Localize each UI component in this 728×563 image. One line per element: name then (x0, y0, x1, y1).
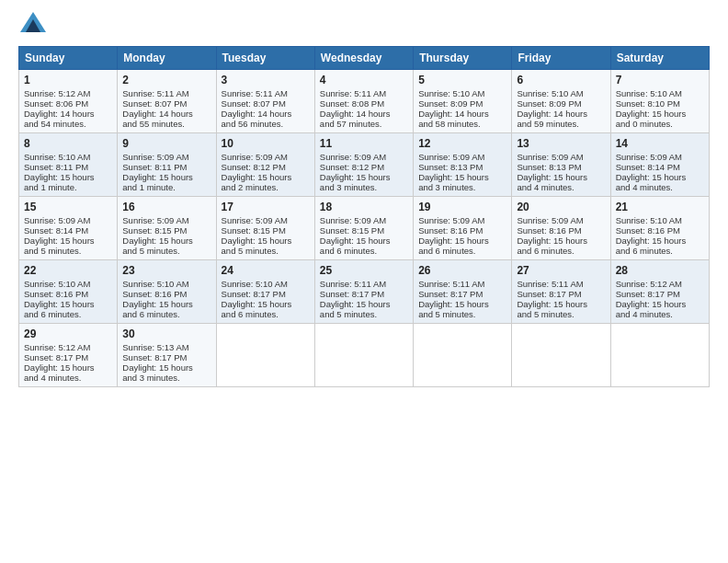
day-info-line: Sunrise: 5:11 AM (517, 279, 605, 289)
day-info-line: and 6 minutes. (320, 246, 408, 256)
day-info-line: Sunrise: 5:10 AM (616, 88, 704, 98)
day-info-line: Sunrise: 5:09 AM (222, 152, 310, 162)
day-info-line: Sunrise: 5:09 AM (24, 215, 112, 225)
day-info-line: Daylight: 15 hours (616, 236, 704, 246)
day-info-line: and 6 minutes. (122, 309, 210, 319)
day-info-line: Daylight: 15 hours (222, 172, 310, 182)
day-info-line: and 5 minutes. (418, 309, 506, 319)
day-info-line: Sunset: 8:16 PM (418, 225, 506, 236)
calendar-cell: 26Sunrise: 5:11 AMSunset: 8:17 PMDayligh… (414, 259, 512, 323)
day-info-line: Sunset: 8:12 PM (222, 162, 310, 172)
day-info-line: Sunset: 8:14 PM (24, 225, 112, 236)
day-number: 19 (418, 201, 506, 213)
calendar-cell (414, 323, 512, 386)
day-info-line: Sunrise: 5:13 AM (122, 342, 210, 352)
calendar-cell (216, 323, 314, 386)
day-info-line: Sunrise: 5:10 AM (24, 152, 112, 162)
day-info-line: Sunrise: 5:12 AM (24, 88, 112, 98)
day-number: 13 (517, 137, 605, 150)
day-info-line: Daylight: 15 hours (24, 236, 112, 246)
day-info-line: Daylight: 15 hours (517, 172, 605, 182)
day-info-line: Daylight: 14 hours (320, 109, 408, 119)
day-info-line: Sunset: 8:11 PM (122, 162, 210, 172)
day-number: 11 (320, 137, 408, 150)
day-info-line: and 3 minutes. (122, 373, 210, 383)
day-info-line: and 1 minute. (122, 182, 210, 192)
day-info-line: Sunrise: 5:09 AM (418, 152, 506, 162)
day-info-line: Daylight: 15 hours (517, 236, 605, 246)
calendar-cell: 22Sunrise: 5:10 AMSunset: 8:16 PMDayligh… (19, 259, 118, 323)
day-info-line: and 1 minute. (24, 182, 112, 192)
day-info-line: Sunset: 8:08 PM (320, 98, 408, 109)
calendar-week-4: 22Sunrise: 5:10 AMSunset: 8:16 PMDayligh… (19, 259, 710, 323)
day-info-line: Daylight: 15 hours (418, 172, 506, 182)
day-info-line: Sunrise: 5:11 AM (418, 279, 506, 289)
day-info-line: and 4 minutes. (517, 182, 605, 192)
day-info-line: and 5 minutes. (222, 246, 310, 256)
day-number: 9 (122, 137, 210, 150)
day-info-line: and 54 minutes. (24, 119, 112, 129)
day-info-line: Sunset: 8:07 PM (222, 98, 310, 109)
day-header-wednesday: Wednesday (314, 46, 413, 69)
day-info-line: and 6 minutes. (24, 309, 112, 319)
day-info-line: Sunrise: 5:11 AM (122, 88, 210, 98)
day-number: 15 (24, 201, 112, 213)
day-number: 2 (122, 74, 210, 86)
day-info-line: Sunset: 8:09 PM (418, 98, 506, 109)
day-info-line: Sunrise: 5:10 AM (418, 88, 506, 98)
calendar-cell: 16Sunrise: 5:09 AMSunset: 8:15 PMDayligh… (118, 196, 216, 259)
day-info-line: Daylight: 15 hours (24, 362, 112, 373)
day-info-line: Daylight: 15 hours (222, 236, 310, 246)
day-info-line: and 6 minutes. (222, 309, 310, 319)
day-number: 26 (418, 264, 506, 277)
calendar-cell: 15Sunrise: 5:09 AMSunset: 8:14 PMDayligh… (19, 196, 118, 259)
day-info-line: Sunset: 8:17 PM (122, 352, 210, 362)
header-row: SundayMondayTuesdayWednesdayThursdayFrid… (19, 46, 710, 69)
day-info-line: and 4 minutes. (24, 373, 112, 383)
day-header-tuesday: Tuesday (216, 46, 314, 69)
calendar-cell: 5Sunrise: 5:10 AMSunset: 8:09 PMDaylight… (414, 69, 512, 132)
day-info-line: Sunrise: 5:09 AM (320, 152, 408, 162)
day-info-line: Sunset: 8:10 PM (616, 98, 704, 109)
day-info-line: Sunset: 8:17 PM (517, 289, 605, 299)
calendar-cell: 29Sunrise: 5:12 AMSunset: 8:17 PMDayligh… (19, 323, 118, 386)
calendar-cell: 23Sunrise: 5:10 AMSunset: 8:16 PMDayligh… (118, 259, 216, 323)
day-info-line: and 6 minutes. (616, 246, 704, 256)
day-info-line: Daylight: 15 hours (517, 299, 605, 309)
day-info-line: Sunset: 8:13 PM (418, 162, 506, 172)
calendar-cell: 12Sunrise: 5:09 AMSunset: 8:13 PMDayligh… (414, 132, 512, 196)
day-info-line: and 56 minutes. (222, 119, 310, 129)
calendar-week-5: 29Sunrise: 5:12 AMSunset: 8:17 PMDayligh… (19, 323, 710, 386)
day-info-line: Sunset: 8:17 PM (222, 289, 310, 299)
calendar-week-2: 8Sunrise: 5:10 AMSunset: 8:11 PMDaylight… (19, 132, 710, 196)
day-info-line: Daylight: 15 hours (122, 299, 210, 309)
day-number: 4 (320, 74, 408, 86)
day-info-line: Daylight: 15 hours (320, 299, 408, 309)
day-info-line: Sunrise: 5:09 AM (418, 215, 506, 225)
day-number: 18 (320, 201, 408, 213)
day-number: 7 (616, 74, 704, 86)
calendar-cell: 21Sunrise: 5:10 AMSunset: 8:16 PMDayligh… (610, 196, 709, 259)
day-info-line: Sunset: 8:15 PM (320, 225, 408, 236)
day-number: 5 (418, 74, 506, 86)
calendar-cell: 30Sunrise: 5:13 AMSunset: 8:17 PMDayligh… (118, 323, 216, 386)
day-info-line: and 55 minutes. (122, 119, 210, 129)
day-number: 28 (616, 264, 704, 277)
day-info-line: Sunrise: 5:11 AM (320, 279, 408, 289)
day-info-line: Daylight: 15 hours (320, 172, 408, 182)
day-info-line: Daylight: 15 hours (616, 172, 704, 182)
calendar-cell: 7Sunrise: 5:10 AMSunset: 8:10 PMDaylight… (610, 69, 709, 132)
calendar-cell: 9Sunrise: 5:09 AMSunset: 8:11 PMDaylight… (118, 132, 216, 196)
day-info-line: Sunrise: 5:11 AM (222, 88, 310, 98)
day-number: 3 (222, 74, 310, 86)
day-info-line: Daylight: 15 hours (24, 299, 112, 309)
calendar-cell (610, 323, 709, 386)
logo (18, 17, 46, 35)
calendar-cell: 24Sunrise: 5:10 AMSunset: 8:17 PMDayligh… (216, 259, 314, 323)
calendar-cell: 28Sunrise: 5:12 AMSunset: 8:17 PMDayligh… (610, 259, 709, 323)
day-info-line: Sunrise: 5:09 AM (320, 215, 408, 225)
day-info-line: and 5 minutes. (320, 309, 408, 319)
calendar-cell: 18Sunrise: 5:09 AMSunset: 8:15 PMDayligh… (314, 196, 413, 259)
day-number: 29 (24, 327, 112, 340)
day-info-line: Sunset: 8:17 PM (418, 289, 506, 299)
